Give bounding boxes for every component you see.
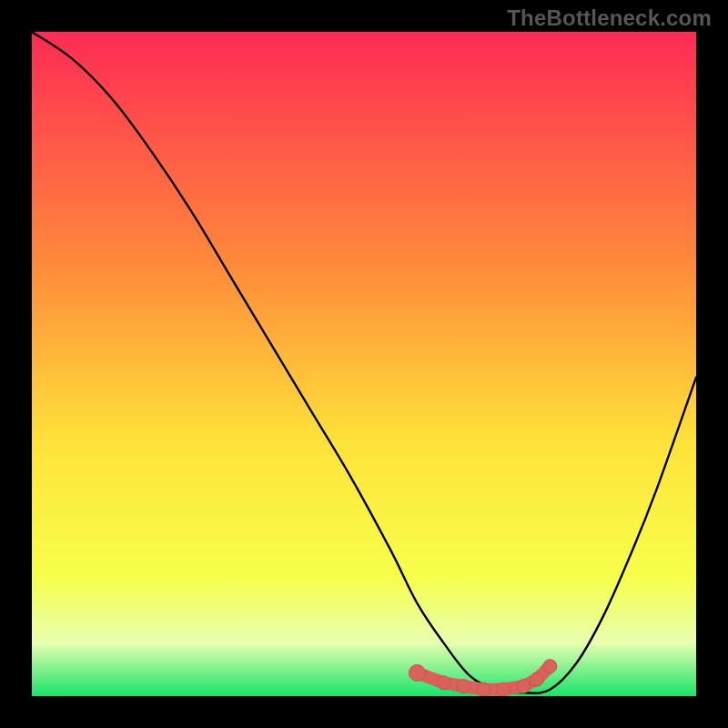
chart-frame: TheBottleneck.com: [0, 0, 728, 728]
highlight-dot: [530, 672, 543, 686]
highlight-dot: [517, 680, 531, 693]
highlight-dot: [409, 664, 425, 681]
highlight-dot: [457, 680, 470, 693]
watermark-text: TheBottleneck.com: [507, 5, 712, 31]
plot-svg: [32, 32, 696, 696]
highlight-dot: [497, 682, 511, 696]
highlight-dot: [477, 682, 490, 696]
gradient-background: [32, 32, 696, 696]
highlight-dot: [543, 660, 557, 673]
plot-area: [32, 32, 696, 696]
highlight-dot: [437, 676, 450, 690]
